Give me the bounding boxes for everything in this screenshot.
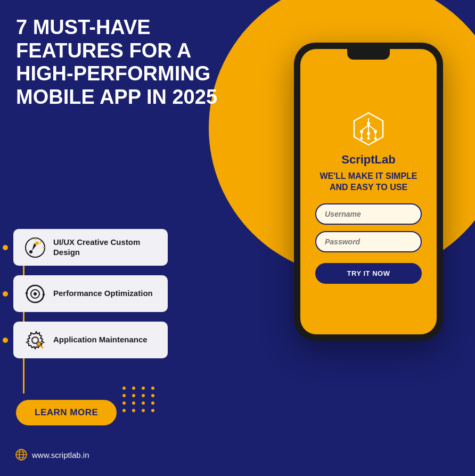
phone-mockup: ScriptLab WE'LL MAKE IT SIMPLE AND EASY …: [278, 43, 459, 415]
phone-password-input[interactable]: [315, 231, 422, 252]
maintenance-icon: [23, 328, 47, 352]
main-heading: 7 MUST-HAVE FEATURES FOR A HIGH-PERFORMI…: [16, 16, 218, 109]
globe-icon: [15, 448, 28, 461]
uiux-icon: [23, 235, 47, 259]
phone-try-button[interactable]: TRY IT NOW: [315, 263, 422, 284]
feature-label-maintenance: Application Maintenance: [53, 335, 148, 345]
svg-point-27: [367, 137, 370, 139]
learn-more-button[interactable]: LEARN MORE: [16, 400, 117, 425]
feature-dot-uiux: [2, 244, 9, 251]
phone-username-input[interactable]: [315, 203, 422, 225]
svg-point-16: [367, 122, 370, 125]
svg-point-26: [361, 137, 363, 139]
svg-point-22: [374, 130, 377, 133]
svg-line-17: [362, 125, 368, 130]
svg-point-7: [34, 292, 37, 296]
phone-notch: [347, 49, 390, 60]
svg-point-20: [360, 130, 363, 133]
svg-line-19: [368, 125, 375, 130]
feature-item-uiux: UI/UX Creative Custom Design: [13, 229, 168, 266]
feature-item-performance: Performance Optimization: [13, 275, 168, 312]
features-section: UI/UX Creative Custom Design Performance…: [13, 229, 168, 368]
svg-point-28: [374, 137, 377, 139]
phone-screen: ScriptLab WE'LL MAKE IT SIMPLE AND EASY …: [300, 49, 437, 334]
svg-point-9: [37, 342, 41, 346]
page-container: // Generate 24 dots (4 rows x 6 cols) fo…: [0, 0, 475, 476]
phone-tagline-text: WE'LL MAKE IT SIMPLE AND EASY TO USE: [311, 171, 426, 193]
website-footer: www.scriptlab.in: [15, 448, 89, 461]
website-url: www.scriptlab.in: [32, 450, 89, 459]
performance-icon: [23, 282, 47, 306]
dot-pattern-bottom: for(let i=0;i<16;i++) document.write('<s…: [122, 387, 157, 412]
feature-label-uiux: UI/UX Creative Custom Design: [53, 237, 158, 258]
feature-dot-maintenance: [2, 337, 9, 344]
svg-line-3: [40, 241, 42, 243]
feature-dot-performance: [2, 290, 9, 298]
scriptlab-logo: [350, 110, 387, 147]
phone-outer-frame: ScriptLab WE'LL MAKE IT SIMPLE AND EASY …: [294, 43, 443, 341]
feature-label-performance: Performance Optimization: [53, 289, 153, 299]
svg-point-21: [367, 132, 370, 135]
svg-point-0: [26, 238, 45, 257]
feature-item-maintenance: Application Maintenance: [13, 322, 168, 358]
phone-brand-name: ScriptLab: [341, 153, 395, 167]
